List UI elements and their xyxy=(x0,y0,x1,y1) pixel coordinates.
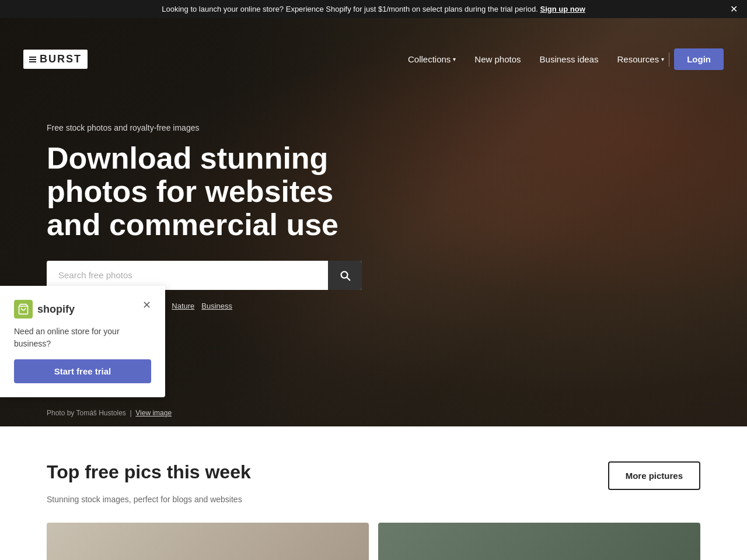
hero-title: Download stunning photos for websites an… xyxy=(47,142,362,242)
navbar: BURST Collections ▾ New photos Business … xyxy=(0,39,747,79)
hero-subtitle: Free stock photos and royalty-free image… xyxy=(47,123,362,132)
announcement-text: Looking to launch your online store? Exp… xyxy=(162,5,538,13)
nav-link-resources[interactable]: Resources ▾ xyxy=(617,54,664,64)
search-button[interactable] xyxy=(328,261,362,290)
nav-link-new-photos[interactable]: New photos xyxy=(474,54,521,64)
nav-links: Collections ▾ New photos Business ideas … xyxy=(408,54,664,64)
credit-author: Tomáš Hustoles xyxy=(76,409,126,417)
bottom-title: Top free pics this week xyxy=(47,461,251,483)
view-image-link[interactable]: View image xyxy=(135,409,172,417)
shopify-popup: shopify ✕ Need an online store for your … xyxy=(0,286,165,397)
popup-close-button[interactable]: ✕ xyxy=(142,300,151,310)
logo-lines-icon xyxy=(29,57,36,62)
announcement-bar: Looking to launch your online store? Exp… xyxy=(0,0,747,18)
photo-card[interactable] xyxy=(378,523,700,560)
login-button[interactable]: Login xyxy=(674,48,724,70)
tag-nature[interactable]: Nature xyxy=(172,302,194,310)
logo[interactable]: BURST xyxy=(23,50,88,69)
tag-business[interactable]: Business xyxy=(201,302,232,310)
shopify-logo: shopify xyxy=(14,300,75,318)
logo-text: BURST xyxy=(40,53,82,65)
image-credit: Photo by Tomáš Hustoles | View image xyxy=(47,409,172,417)
popup-message: Need an online store for your business? xyxy=(14,326,151,350)
start-trial-button[interactable]: Start free trial xyxy=(14,359,151,383)
shopify-logo-text: shopify xyxy=(37,303,75,316)
shopify-popup-header: shopify ✕ xyxy=(14,300,151,318)
shopify-bag-icon xyxy=(14,300,33,318)
chevron-down-icon: ▾ xyxy=(453,56,456,62)
bottom-subtitle: Stunning stock images, perfect for blogs… xyxy=(47,495,700,504)
bottom-header: Top free pics this week More pictures xyxy=(47,461,700,490)
announcement-close-button[interactable]: ✕ xyxy=(730,5,738,14)
nav-link-business-ideas[interactable]: Business ideas xyxy=(540,54,599,64)
bottom-section: Top free pics this week More pictures St… xyxy=(0,426,747,560)
search-input[interactable] xyxy=(47,261,328,289)
hero-section: BURST Collections ▾ New photos Business … xyxy=(0,18,747,426)
search-icon xyxy=(338,269,351,282)
photo-card[interactable] xyxy=(47,523,369,560)
chevron-down-icon: ▾ xyxy=(661,56,664,62)
shopping-bag-icon xyxy=(18,303,29,315)
announcement-cta[interactable]: Sign up now xyxy=(540,5,585,13)
photo-grid xyxy=(47,523,700,560)
more-pictures-button[interactable]: More pictures xyxy=(608,461,700,490)
nav-divider xyxy=(669,52,669,66)
nav-link-collections[interactable]: Collections ▾ xyxy=(408,54,456,64)
